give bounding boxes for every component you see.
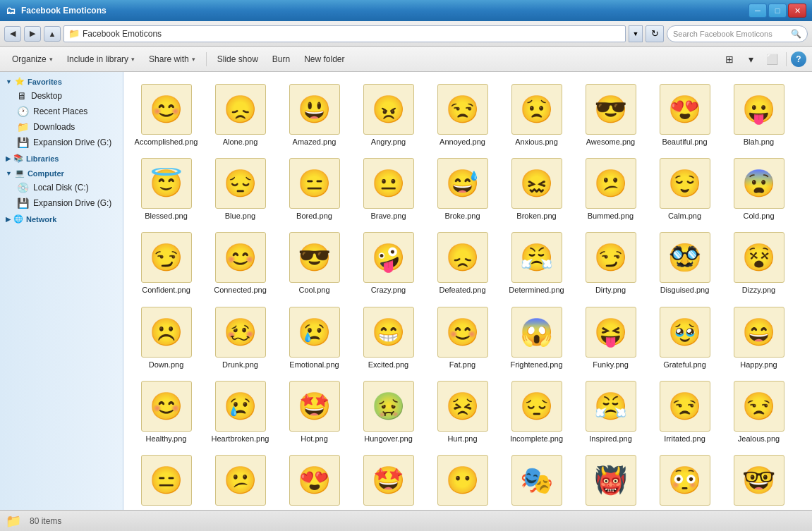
close-button[interactable]: ✕: [788, 4, 806, 18]
file-item[interactable]: 😐Brave.png: [351, 152, 425, 226]
file-item[interactable]: 😔Incomplete.png: [499, 374, 574, 448]
file-item[interactable]: 🤩Lucky.png: [351, 448, 425, 510]
file-item[interactable]: 😖Broken.png: [499, 152, 574, 226]
file-item[interactable]: 😏Dirty.png: [574, 226, 648, 300]
file-item[interactable]: 😣Hurt.png: [425, 374, 499, 448]
search-box[interactable]: Search Facebook Emoticons 🔍: [667, 25, 808, 42]
file-icon: 😠: [363, 84, 414, 135]
file-item[interactable]: 🥴Drunk.png: [203, 300, 277, 374]
file-icon: 😛: [734, 84, 784, 135]
share-with-button[interactable]: Share with ▾: [143, 50, 202, 68]
toolbar-separator-2: [786, 52, 787, 66]
help-button[interactable]: ?: [791, 51, 806, 67]
include-library-label: Include in library: [67, 54, 128, 64]
libraries-header[interactable]: ▶ 📚 Libraries: [0, 152, 123, 165]
file-item[interactable]: 😵Dizzy.png: [722, 226, 796, 300]
computer-triangle-icon: ▼: [6, 170, 12, 177]
sidebar-item-expansion-fav[interactable]: 💾 Expansion Drive (G:): [0, 135, 123, 150]
sidebar-item-expansion-drive[interactable]: 💾 Expansion Drive (G:): [0, 195, 123, 211]
file-item[interactable]: 😎Cool.png: [277, 226, 351, 300]
file-item[interactable]: 😇Blessed.png: [129, 152, 203, 226]
file-item[interactable]: 😔Blue.png: [203, 152, 277, 226]
file-icon: 😵: [734, 232, 784, 283]
file-item[interactable]: 😒Irritated.png: [648, 374, 722, 448]
file-label: Connected.png: [214, 286, 267, 295]
file-item[interactable]: 😳Naked.png: [648, 448, 722, 510]
file-item[interactable]: 👹Monster.png: [574, 448, 648, 510]
libraries-icon: 📚: [13, 154, 23, 163]
file-item[interactable]: 😌Calm.png: [648, 152, 722, 226]
file-item[interactable]: 😞Defeated.png: [425, 226, 499, 300]
address-path[interactable]: 📁 Facebook Emoticons: [63, 25, 626, 42]
network-header[interactable]: ▶ 🌐 Network: [0, 212, 123, 226]
file-item[interactable]: 😶Meh.png: [425, 448, 499, 510]
file-item[interactable]: 😊Connected.png: [203, 226, 277, 300]
up-button[interactable]: ▲: [44, 26, 61, 42]
sidebar-item-desktop[interactable]: 🖥 Desktop: [0, 88, 123, 104]
refresh-button[interactable]: ↻: [646, 25, 664, 42]
file-item[interactable]: 😃Amazed.png: [277, 78, 351, 152]
file-icon: 😕: [586, 158, 636, 209]
slideshow-button[interactable]: Slide show: [211, 50, 265, 68]
file-item[interactable]: 😝Funky.png: [574, 300, 648, 374]
file-item[interactable]: 😄Happy.png: [722, 300, 796, 374]
file-item[interactable]: 😤Inspired.png: [574, 374, 648, 448]
file-item[interactable]: 😛Blah.png: [722, 78, 796, 152]
file-item[interactable]: 😅Broke.png: [425, 152, 499, 226]
file-label: Loved.png: [296, 508, 332, 510]
file-item[interactable]: 😊Fat.png: [425, 300, 499, 374]
file-item[interactable]: 🤓Nerdy.png: [722, 448, 796, 510]
back-button[interactable]: ◀: [4, 26, 21, 42]
details-pane-button[interactable]: ⬜: [762, 50, 782, 68]
emoji-icon: 😍: [295, 460, 334, 500]
file-item[interactable]: 😊Healthy.png: [129, 374, 203, 448]
file-item[interactable]: 🎭Mime.png: [499, 448, 574, 510]
organize-button[interactable]: Organize ▾: [6, 50, 59, 68]
favorites-header[interactable]: ▼ ⭐ Favorites: [0, 75, 123, 88]
burn-button[interactable]: Burn: [266, 50, 296, 68]
file-item[interactable]: 🤩Hot.png: [277, 374, 351, 448]
file-icon: 😢: [289, 307, 340, 358]
minimize-button[interactable]: ─: [749, 4, 767, 18]
sidebar-item-local-disk[interactable]: 💿 Local Disk (C:): [0, 180, 123, 195]
emoji-icon: 😎: [591, 90, 631, 129]
file-item[interactable]: 😢Emotional.png: [277, 300, 351, 374]
address-dropdown-button[interactable]: ▼: [629, 25, 643, 42]
file-item[interactable]: 😠Angry.png: [351, 78, 425, 152]
file-item[interactable]: 😤Determined.png: [499, 226, 574, 300]
file-item[interactable]: 😁Excited.png: [351, 300, 425, 374]
file-item[interactable]: 🥸Disguised.png: [648, 226, 722, 300]
file-item[interactable]: 😕Bummed.png: [574, 152, 648, 226]
maximize-button[interactable]: □: [768, 4, 787, 18]
file-item[interactable]: 😨Cold.png: [722, 152, 796, 226]
file-item[interactable]: 😊Accomplished.png: [129, 78, 203, 152]
sidebar-item-downloads[interactable]: 📁 Downloads: [0, 119, 123, 135]
file-item[interactable]: 😑Bored.png: [277, 152, 351, 226]
file-item[interactable]: 😕Lost.png: [203, 448, 277, 510]
emoji-icon: 😑: [295, 164, 334, 203]
file-item[interactable]: 😎Awesome.png: [574, 78, 648, 152]
file-item[interactable]: 😒Jealous.png: [722, 374, 796, 448]
file-item[interactable]: 🥹Grateful.png: [648, 300, 722, 374]
file-item[interactable]: 😟Anxious.png: [499, 78, 574, 152]
file-item[interactable]: 😒Annoyed.png: [425, 78, 499, 152]
file-item[interactable]: ☹️Down.png: [129, 300, 203, 374]
file-item[interactable]: 🤢Hungover.png: [351, 374, 425, 448]
file-item[interactable]: 😱Frightened.png: [499, 300, 574, 374]
file-item[interactable]: 😍Beautiful.png: [648, 78, 722, 152]
file-item[interactable]: 😏Confident.png: [129, 226, 203, 300]
sidebar-item-recent[interactable]: 🕐 Recent Places: [0, 104, 123, 119]
file-icon: 😇: [141, 158, 192, 209]
file-item[interactable]: 🤪Crazy.png: [351, 226, 425, 300]
view-dropdown-button[interactable]: ▾: [741, 50, 761, 68]
file-icon: 👹: [586, 455, 636, 506]
computer-header[interactable]: ▼ 💻 Computer: [0, 166, 123, 180]
file-item[interactable]: 😞Alone.png: [203, 78, 277, 152]
file-item[interactable]: 😑Lame.png: [129, 448, 203, 510]
file-item[interactable]: 😢Heartbroken.png: [203, 374, 277, 448]
include-library-button[interactable]: Include in library ▾: [61, 50, 141, 68]
file-item[interactable]: 😍Loved.png: [277, 448, 351, 510]
new-folder-button[interactable]: New folder: [298, 50, 351, 68]
forward-button[interactable]: ▶: [24, 26, 41, 42]
view-toggle-button[interactable]: ⊞: [720, 50, 739, 68]
